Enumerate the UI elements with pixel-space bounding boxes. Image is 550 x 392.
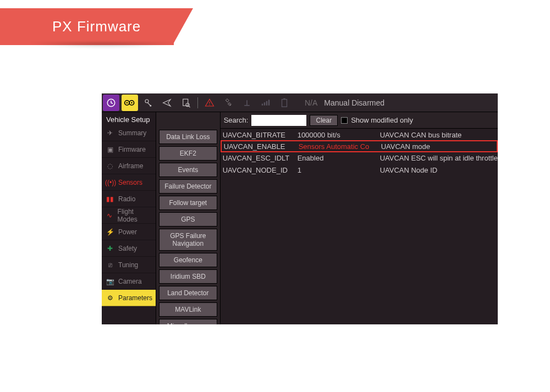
param-desc: UAVCAN CAN bus bitrate — [380, 131, 498, 139]
sidebar-item-radio[interactable]: ▮▮ Radio — [102, 191, 156, 207]
svg-point-8 — [186, 103, 189, 106]
sidebar-item-label: Sensors — [118, 179, 142, 186]
radio-icon: ▮▮ — [105, 195, 115, 203]
sidebar-item-flight-modes[interactable]: ∿ Flight Modes — [102, 207, 156, 224]
sidebar-item-label: Tuning — [118, 261, 138, 269]
sidebar-main: Vehicle Setup ✈ Summary ▣ Firmware ◌ Air… — [102, 112, 156, 324]
sidebar-item-parameters[interactable]: ⚙ Parameters — [102, 290, 156, 306]
app-toolbar: N/A Manual Disarmed — [102, 93, 498, 112]
param-value: Sensors Automatic Co — [299, 142, 381, 151]
sidebar-item-label: Firmware — [118, 146, 146, 153]
param-value: 1 — [298, 166, 380, 174]
param-value: Enabled — [298, 154, 380, 162]
parameters-panel: Search: Clear Show modified only UAVCAN_… — [221, 112, 498, 324]
sidebar-item-firmware[interactable]: ▣ Firmware — [102, 141, 156, 158]
summary-icon: ✈ — [105, 129, 115, 137]
group-data-link-loss[interactable]: Data Link Loss — [159, 130, 217, 144]
power-icon: ⚡ — [105, 228, 115, 236]
svg-point-6 — [150, 104, 151, 106]
show-modified-label: Show modified only — [351, 116, 413, 124]
svg-point-10 — [209, 104, 210, 106]
group-miscellaneous[interactable]: Miscellaneous — [159, 319, 217, 324]
svg-point-4 — [131, 102, 133, 103]
group-gps[interactable]: GPS — [159, 212, 217, 227]
search-row: Search: Clear Show modified only — [221, 112, 498, 129]
table-row[interactable]: UAVCAN_ESC_IDLT Enabled UAVCAN ESC will … — [221, 152, 498, 164]
airframe-icon: ◌ — [105, 162, 115, 170]
report-icon[interactable] — [178, 95, 194, 111]
firmware-icon: ▣ — [105, 146, 115, 153]
sidebar-item-label: Airframe — [118, 162, 143, 170]
group-iridium-sbd[interactable]: Iridium SBD — [159, 269, 217, 284]
sidebar-item-label: Camera — [118, 278, 142, 285]
tuning-icon: ⎚ — [105, 261, 115, 269]
sidebar-item-label: Power — [118, 228, 137, 236]
sidebar-item-camera[interactable]: 📷 Camera — [102, 273, 156, 290]
sidebar-item-label: Flight Modes — [118, 208, 152, 223]
sidebar-item-tuning[interactable]: ⎚ Tuning — [102, 257, 156, 273]
group-land-detector[interactable]: Land Detector — [159, 286, 217, 300]
svg-point-3 — [127, 102, 128, 103]
group-failure-detector[interactable]: Failure Detector — [159, 179, 217, 194]
connection-icon[interactable] — [140, 95, 157, 111]
svg-rect-11 — [262, 103, 263, 105]
sidebar-item-power[interactable]: ⚡ Power — [102, 224, 156, 240]
table-row[interactable]: UAVCAN_BITRATE 1000000 bit/s UAVCAN CAN … — [221, 129, 498, 141]
svg-rect-7 — [183, 99, 188, 106]
table-row[interactable]: UAVCAN_NODE_ID 1 UAVCAN Node ID — [221, 164, 498, 176]
svg-point-5 — [145, 100, 148, 103]
sidebar-item-label: Safety — [118, 245, 137, 252]
status-mode: Manual Disarmed — [324, 98, 384, 107]
show-modified-checkbox[interactable] — [341, 117, 348, 124]
param-name: UAVCAN_BITRATE — [221, 131, 298, 139]
status-na: N/A — [305, 98, 317, 107]
group-follow-target[interactable]: Follow target — [159, 196, 217, 210]
group-ekf2[interactable]: EKF2 — [159, 146, 217, 161]
group-geofence[interactable]: Geofence — [159, 253, 217, 267]
svg-rect-15 — [282, 99, 287, 107]
sidebar-item-label: Parameters — [118, 294, 152, 302]
signal-bars-icon — [257, 95, 274, 111]
parameter-table: UAVCAN_BITRATE 1000000 bit/s UAVCAN CAN … — [221, 129, 498, 176]
search-label: Search: — [224, 116, 249, 124]
group-mavlink[interactable]: MAVLink — [159, 302, 217, 317]
svg-rect-16 — [283, 98, 285, 99]
group-events[interactable]: Events — [159, 163, 217, 177]
param-name: UAVCAN_ENABLE — [222, 142, 299, 151]
page-title: PX Firmware — [0, 8, 174, 45]
table-row[interactable]: UAVCAN_ENABLE Sensors Automatic Co UAVCA… — [221, 140, 498, 152]
svg-rect-13 — [266, 101, 267, 105]
sidebar-item-label: Summary — [118, 129, 146, 137]
sensors-icon: ((•)) — [105, 179, 115, 186]
battery-icon — [276, 95, 293, 111]
sidebar-item-airframe[interactable]: ◌ Airframe — [102, 158, 156, 174]
param-desc: UAVCAN ESC will spin at idle throttle — [380, 154, 498, 162]
sidebar-title: Vehicle Setup — [102, 112, 156, 125]
sidebar-item-sensors[interactable]: ((•)) Sensors — [102, 174, 156, 191]
satellite-icon[interactable] — [220, 95, 237, 111]
warning-icon[interactable] — [201, 95, 218, 111]
svg-rect-14 — [268, 100, 270, 105]
param-value: 1000000 bit/s — [298, 131, 380, 139]
parameters-icon: ⚙ — [105, 294, 115, 302]
signal-rssi-icon — [239, 95, 255, 111]
app-window: N/A Manual Disarmed Vehicle Setup ✈ Summ… — [102, 93, 498, 324]
flight-modes-icon: ∿ — [105, 212, 114, 219]
sidebar-item-safety[interactable]: ✚ Safety — [102, 240, 156, 257]
search-input[interactable] — [251, 115, 306, 126]
camera-icon: 📷 — [105, 278, 115, 285]
banner-shadow — [28, 42, 179, 48]
sidebar-item-summary[interactable]: ✈ Summary — [102, 125, 156, 141]
status-text: N/A Manual Disarmed — [305, 98, 384, 107]
sidebar-item-label: Radio — [118, 195, 135, 203]
group-gps-failure-navigation[interactable]: GPS Failure Navigation — [159, 229, 217, 251]
parameter-groups-panel: Data Link Loss EKF2 Events Failure Detec… — [156, 112, 221, 324]
plane-icon[interactable] — [159, 95, 175, 111]
app-logo-button[interactable] — [103, 95, 119, 111]
svg-rect-12 — [264, 102, 265, 106]
clear-button[interactable]: Clear — [310, 115, 338, 126]
vehicle-setup-tab[interactable] — [122, 95, 138, 111]
param-name: UAVCAN_ESC_IDLT — [221, 154, 298, 162]
param-desc: UAVCAN mode — [381, 142, 497, 151]
param-desc: UAVCAN Node ID — [380, 166, 498, 174]
